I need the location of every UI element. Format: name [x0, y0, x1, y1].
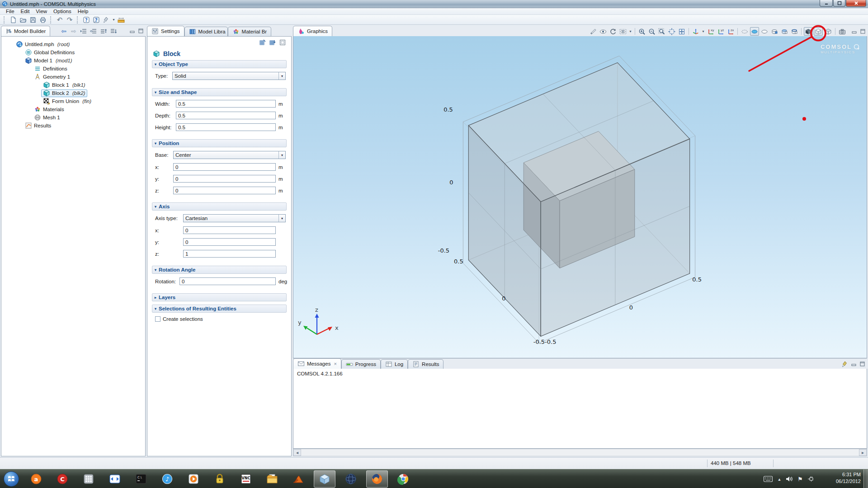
brush-dropdown-icon[interactable]: ▾	[112, 18, 116, 22]
depth-input[interactable]: 0.5	[176, 112, 276, 119]
open-button[interactable]	[19, 15, 28, 24]
start-button[interactable]	[4, 471, 19, 487]
maximize-button[interactable]	[833, 0, 845, 7]
up-arrow-icon[interactable]: ▲	[777, 476, 781, 482]
help-contents-button[interactable]: ?	[92, 15, 101, 24]
type-select[interactable]: Solid▾	[172, 72, 286, 80]
taskbar-item-comsol[interactable]	[314, 470, 335, 488]
zoom-in-button[interactable]	[637, 27, 646, 36]
taskbar-item-firefox[interactable]	[366, 470, 388, 488]
graphics-viewport[interactable]: 0.50-0.50.50-0.5-0.500.5 z x y COMSOL	[293, 36, 867, 358]
tree-item-model-1[interactable]: Model 1 (mod1)	[3, 56, 143, 65]
tab-log[interactable]: Log	[381, 359, 408, 369]
axis-type-select[interactable]: Cartesian▾	[183, 214, 286, 222]
tab-model-libra[interactable]: Model Libra	[184, 27, 228, 36]
menu-help[interactable]: Help	[75, 8, 92, 15]
show-frame-button[interactable]	[278, 38, 287, 47]
horizontal-scrollbar[interactable]: ◂ ▸	[293, 449, 867, 456]
tree-item-geometry-1[interactable]: Geometry 1	[3, 73, 143, 81]
tree-item-block-1[interactable]: Block 1 (blk1)	[3, 81, 143, 89]
x-input[interactable]: 0	[173, 163, 276, 171]
y-input[interactable]: 0	[173, 175, 276, 183]
cyl-domain-button[interactable]	[770, 27, 779, 36]
tab-messages[interactable]: Messages×	[293, 358, 341, 369]
checkbox[interactable]	[155, 316, 160, 322]
redo-button[interactable]: ↷	[65, 15, 74, 24]
view-xy-button[interactable]: xy	[706, 27, 715, 36]
ellipse-dash-button[interactable]	[740, 27, 749, 36]
menu-options[interactable]: Options	[50, 8, 75, 15]
section-header-selections-of-resulting-entities[interactable]: ▾Selections of Resulting Entities	[152, 305, 287, 313]
dropdown-icon[interactable]: ▾	[628, 29, 632, 33]
zoom-extents-button[interactable]	[667, 27, 676, 36]
section-header-rotation-angle[interactable]: ▾Rotation Angle	[152, 266, 287, 274]
ruler-button[interactable]	[117, 15, 126, 24]
tree-item-global-definitions[interactable]: Global Definitions	[3, 48, 143, 56]
knife-button[interactable]	[589, 27, 598, 36]
expand-branch-button[interactable]	[90, 27, 98, 35]
ellipse-blue-button[interactable]	[750, 27, 759, 36]
taskbar-item-cmd[interactable]: C:\	[130, 470, 152, 488]
tab-settings[interactable]: Settings	[147, 26, 184, 36]
scroll-right-icon[interactable]: ▸	[859, 449, 867, 456]
model-builder-tab[interactable]: Model Builder	[1, 26, 50, 36]
taskbar-item-lock[interactable]	[209, 470, 231, 488]
panel-minimize-icon[interactable]	[850, 28, 858, 35]
section-header-axis[interactable]: ▾Axis	[152, 202, 287, 211]
tree-item-results[interactable]: Results	[3, 122, 143, 130]
taskbar-item-chrome[interactable]	[392, 470, 414, 488]
taskbar-item-teamviewer[interactable]	[104, 470, 126, 488]
zoom-box-button[interactable]	[657, 27, 666, 36]
panel-maximize-icon[interactable]	[137, 28, 144, 34]
forward-button[interactable]: ⇨	[70, 27, 78, 35]
section-header-position[interactable]: ▾Position	[152, 139, 287, 147]
scroll-left-icon[interactable]: ◂	[293, 449, 301, 456]
minimize-button[interactable]	[820, 0, 833, 7]
tree-item-untitled-mph[interactable]: Untitled.mph (root)	[3, 40, 143, 48]
taskbar-item-explorer[interactable]	[261, 470, 283, 488]
tree-item-mesh-1[interactable]: Mesh 1	[3, 113, 143, 122]
menu-view[interactable]: View	[33, 8, 50, 15]
height-input[interactable]: 0.5	[176, 123, 276, 131]
rotation-input[interactable]: 0	[179, 277, 276, 285]
tree-item-form-union[interactable]: Form Union (fin)	[3, 97, 143, 105]
eye-button[interactable]	[599, 27, 608, 36]
taskbar-item-media-player[interactable]	[183, 470, 204, 488]
volume-icon[interactable]	[786, 476, 793, 482]
new-file-button[interactable]	[9, 15, 18, 24]
menu-file[interactable]: File	[3, 8, 18, 15]
tab-results[interactable]: Results	[408, 359, 443, 369]
build-selected-button[interactable]	[259, 38, 267, 47]
close-button[interactable]	[846, 0, 866, 7]
save-button[interactable]	[28, 15, 38, 24]
section-header-object-type[interactable]: ▾Object Type	[152, 60, 287, 68]
taskbar-item-vnc[interactable]: VNC	[235, 470, 257, 488]
clear-log-button[interactable]	[840, 361, 849, 368]
graphics-tab[interactable]: Graphics	[293, 26, 332, 36]
panel-minimize-icon[interactable]	[850, 361, 857, 367]
eye-box-button[interactable]	[618, 27, 627, 36]
brush-button[interactable]	[102, 15, 111, 24]
camera-button[interactable]	[838, 27, 847, 36]
panel-minimize-icon[interactable]	[128, 28, 136, 34]
undo-button[interactable]: ↶	[55, 15, 64, 24]
back-button[interactable]: ⇦	[60, 27, 68, 35]
show-desktop-button[interactable]	[863, 469, 868, 488]
x-input[interactable]: 0	[183, 226, 276, 234]
help-button[interactable]: ?	[82, 15, 91, 24]
base-select[interactable]: Center▾	[173, 151, 286, 159]
z-input[interactable]: 1	[183, 250, 276, 258]
cyl-boundary-button[interactable]	[780, 27, 789, 36]
keyboard-icon[interactable]	[764, 476, 773, 482]
tree-item-block-2[interactable]: Block 2 (blk2)	[3, 89, 143, 97]
dropdown-icon[interactable]: ▾	[701, 29, 705, 33]
collapse-all-button[interactable]	[80, 27, 88, 35]
y-input[interactable]: 0	[183, 238, 276, 246]
move-down-button[interactable]	[109, 27, 118, 35]
taskbar-item-keypad[interactable]	[78, 470, 99, 488]
tree-item-definitions[interactable]: Definitions	[3, 65, 143, 73]
close-tab-icon[interactable]: ×	[334, 361, 336, 366]
ellipse-white-button[interactable]	[760, 27, 769, 36]
print-button[interactable]	[38, 15, 47, 24]
flag-icon[interactable]: ⚑	[797, 476, 803, 482]
